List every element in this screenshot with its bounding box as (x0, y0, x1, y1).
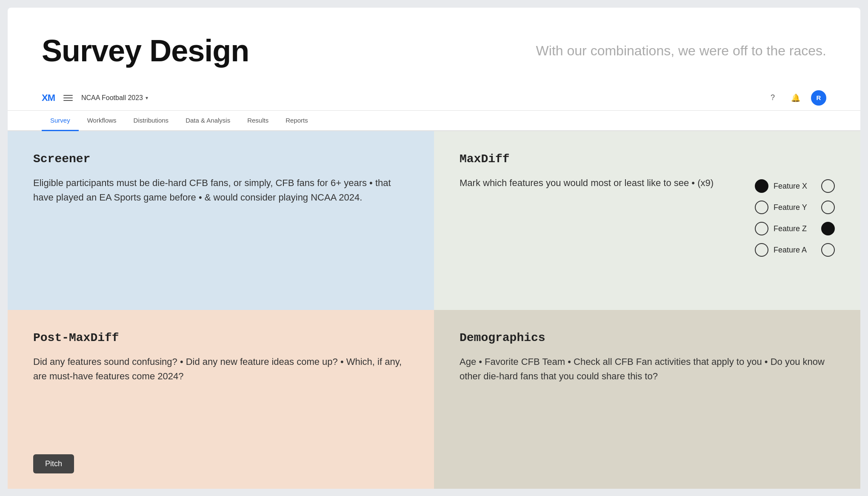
quadrant-screener: Screener Eligible participants must be d… (8, 131, 434, 310)
tab-survey[interactable]: Survey (42, 111, 79, 131)
chevron-down-icon: ▾ (146, 95, 148, 101)
screener-title: Screener (33, 152, 408, 166)
feature-row-x: Feature X (755, 179, 835, 193)
feature-a-right-circle[interactable] (821, 243, 835, 257)
screener-text: Eligible participants must be die-hard C… (33, 176, 408, 205)
tab-bar: Survey Workflows Distributions Data & An… (8, 111, 860, 131)
feature-z-left-circle[interactable] (755, 222, 768, 235)
feature-row-y: Feature Y (755, 201, 835, 214)
page-title: Survey Design (42, 33, 249, 68)
navbar-left: XM NCAA Football 2023 ▾ (42, 92, 148, 103)
tab-results[interactable]: Results (239, 111, 277, 131)
post-maxdiff-text: Did any features sound confusing? • Did … (33, 355, 408, 384)
demographics-title: Demographics (460, 331, 835, 344)
navbar: XM NCAA Football 2023 ▾ ? 🔔 R (8, 85, 860, 111)
feature-z-label: Feature Z (774, 224, 816, 233)
feature-row-a: Feature A (755, 243, 835, 257)
project-name[interactable]: NCAA Football 2023 ▾ (81, 94, 148, 102)
feature-y-right-circle[interactable] (821, 201, 835, 214)
feature-y-left-circle[interactable] (755, 201, 768, 214)
feature-list: Feature X Feature Y Feature Z (755, 176, 835, 257)
feature-row-z: Feature Z (755, 222, 835, 235)
maxdiff-content: Mark which features you would most or le… (460, 176, 835, 257)
tab-reports[interactable]: Reports (277, 111, 317, 131)
hero-section: Survey Design With our combinations, we … (8, 8, 860, 85)
maxdiff-title: MaxDiff (460, 152, 835, 166)
feature-x-left-circle[interactable] (755, 179, 768, 193)
quadrant-maxdiff: MaxDiff Mark which features you would mo… (434, 131, 860, 310)
pitch-button[interactable]: Pitch (33, 454, 74, 473)
hero-subtitle: With our combinations, we were off to th… (536, 43, 826, 59)
content-grid: Screener Eligible participants must be d… (8, 131, 860, 489)
avatar[interactable]: R (811, 90, 826, 106)
project-name-label: NCAA Football 2023 (81, 94, 143, 102)
feature-x-label: Feature X (774, 182, 816, 191)
feature-y-label: Feature Y (774, 203, 816, 212)
feature-a-label: Feature A (774, 246, 816, 255)
navbar-right: ? 🔔 R (765, 90, 826, 106)
post-maxdiff-title: Post-MaxDiff (33, 331, 408, 344)
demographics-text: Age • Favorite CFB Team • Check all CFB … (460, 355, 835, 384)
help-button[interactable]: ? (765, 90, 780, 106)
maxdiff-description: Mark which features you would most or le… (460, 176, 738, 190)
notifications-button[interactable]: 🔔 (788, 90, 803, 106)
feature-x-right-circle[interactable] (821, 179, 835, 193)
feature-a-left-circle[interactable] (755, 243, 768, 257)
feature-z-right-circle[interactable] (821, 222, 835, 235)
tab-workflows[interactable]: Workflows (79, 111, 125, 131)
tab-distributions[interactable]: Distributions (125, 111, 177, 131)
xm-logo[interactable]: XM (42, 92, 55, 103)
hamburger-icon[interactable] (63, 95, 73, 101)
quadrant-demographics: Demographics Age • Favorite CFB Team • C… (434, 310, 860, 489)
quadrant-post-maxdiff: Post-MaxDiff Did any features sound conf… (8, 310, 434, 489)
tab-data-analysis[interactable]: Data & Analysis (177, 111, 239, 131)
